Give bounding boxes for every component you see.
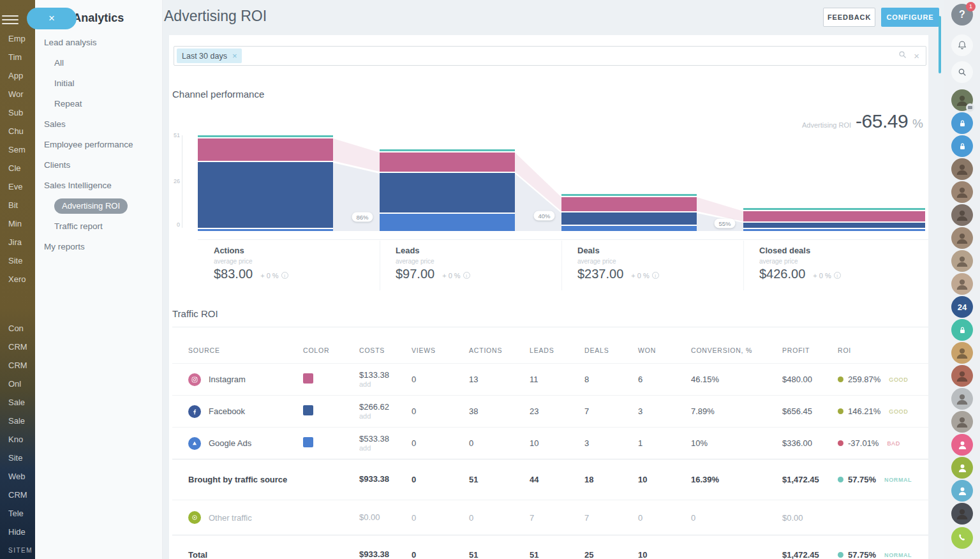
feedback-button[interactable]: FEEDBACK bbox=[823, 8, 875, 27]
lock-icon[interactable] bbox=[951, 319, 973, 341]
left-rail-item-chu[interactable]: Chu bbox=[8, 122, 35, 140]
left-rail-item-min[interactable]: Min bbox=[8, 214, 35, 233]
left-rail-item-cle[interactable]: Cle bbox=[8, 159, 35, 177]
column-header-won: WON bbox=[638, 347, 691, 354]
user-status-icon[interactable] bbox=[951, 457, 973, 479]
avatar[interactable] bbox=[951, 388, 973, 410]
left-rail-item-bit[interactable]: Bit bbox=[8, 196, 35, 214]
menu-item-repeat[interactable]: Repeat bbox=[35, 94, 162, 114]
left-rail-item-onl[interactable]: Onl bbox=[8, 375, 35, 393]
column-header-deals: DEALS bbox=[584, 347, 638, 354]
avatar[interactable] bbox=[951, 342, 973, 364]
left-rail-item-web[interactable]: Web bbox=[8, 467, 35, 486]
cell-leads: 10 bbox=[530, 438, 584, 448]
add-costs-link[interactable]: add bbox=[359, 380, 412, 389]
color-cell bbox=[303, 405, 359, 417]
avatar[interactable] bbox=[951, 181, 973, 203]
left-rail-item-tim[interactable]: Tim bbox=[8, 48, 35, 66]
roi-status-dot bbox=[838, 477, 843, 482]
cell-deals: 25 bbox=[584, 550, 638, 559]
stage-label: Leads bbox=[396, 246, 536, 255]
search-icon[interactable] bbox=[951, 61, 973, 83]
menu-item-employee-performance[interactable]: Employee performance bbox=[35, 135, 162, 155]
left-rail-item-sub[interactable]: Sub bbox=[8, 103, 35, 122]
menu-item-all[interactable]: All bbox=[35, 53, 162, 73]
lock-icon[interactable] bbox=[951, 112, 973, 134]
lock-icon[interactable] bbox=[951, 135, 973, 157]
cell-actions: 51 bbox=[469, 475, 530, 484]
search-icon[interactable] bbox=[898, 50, 907, 62]
menu-item-sales-intelligence[interactable]: Sales Intelligence bbox=[35, 175, 162, 196]
clear-filter-icon[interactable]: × bbox=[914, 51, 919, 61]
user-status-icon[interactable] bbox=[951, 434, 973, 456]
facebook-icon bbox=[188, 405, 201, 418]
left-rail-item-site[interactable]: Site bbox=[8, 449, 35, 467]
add-costs-link[interactable]: add bbox=[359, 444, 412, 453]
collapse-menu-button[interactable]: × bbox=[27, 8, 77, 29]
left-rail-item-sale[interactable]: Sale bbox=[8, 393, 35, 412]
left-rail-item-tele[interactable]: Tele bbox=[8, 504, 35, 523]
stage-average-price: $97.00 bbox=[396, 267, 434, 281]
sitemap-link[interactable]: Sitem bbox=[8, 547, 35, 554]
info-icon[interactable]: i bbox=[652, 272, 659, 279]
menu-item-advertising-roi[interactable]: Advertising ROI bbox=[35, 196, 162, 216]
left-rail-item-crm[interactable]: CRM bbox=[8, 486, 35, 504]
avatar[interactable] bbox=[951, 204, 973, 226]
cell-views: 0 bbox=[412, 406, 469, 416]
column-header-color: COLOR bbox=[303, 347, 359, 354]
avatar[interactable] bbox=[951, 158, 973, 180]
left-rail-item-hide[interactable]: Hide bbox=[8, 523, 35, 541]
left-rail-item-eve[interactable]: Eve bbox=[8, 177, 35, 196]
configure-button[interactable]: CONFIGURE bbox=[881, 8, 939, 27]
phone-call-icon[interactable] bbox=[951, 527, 973, 549]
costs-value: $266.62 bbox=[359, 402, 412, 412]
avatar[interactable] bbox=[951, 503, 973, 525]
menu-item-clients[interactable]: Clients bbox=[35, 155, 162, 175]
notifications-bell-icon[interactable] bbox=[951, 34, 973, 56]
avatar[interactable] bbox=[951, 365, 973, 387]
add-costs-link[interactable]: add bbox=[359, 412, 412, 421]
avatar[interactable] bbox=[951, 89, 973, 111]
left-rail-item-emp[interactable]: Emp bbox=[8, 29, 35, 48]
cell-deals: 3 bbox=[584, 438, 638, 448]
left-rail-item-app[interactable]: App bbox=[8, 66, 35, 85]
menu-item-traffic-report[interactable]: Traffic report bbox=[35, 216, 162, 237]
filter-bar[interactable]: Last 30 days × × bbox=[174, 46, 926, 66]
left-rail-item-sem[interactable]: Sem bbox=[8, 140, 35, 159]
roi-status-dot bbox=[838, 376, 843, 382]
hamburger-menu-icon[interactable] bbox=[2, 13, 19, 27]
avatar[interactable] bbox=[951, 250, 973, 272]
counter-badge[interactable]: 24 bbox=[951, 296, 973, 318]
menu-item-initial[interactable]: Initial bbox=[35, 73, 162, 94]
left-rail-item-sale[interactable]: Sale bbox=[8, 412, 35, 430]
user-status-icon[interactable] bbox=[951, 480, 973, 502]
left-rail-item-crm[interactable]: CRM bbox=[8, 356, 35, 375]
table-row-google-ads: Google Ads$533.38add00103110%$336.00-37.… bbox=[172, 427, 928, 459]
info-icon[interactable]: i bbox=[463, 272, 470, 279]
left-rail-item-jira[interactable]: Jira bbox=[8, 233, 35, 251]
cell-views: 0 bbox=[412, 513, 469, 523]
stage-label: Deals bbox=[577, 246, 718, 255]
menu-item-lead-analysis[interactable]: Lead analysis bbox=[35, 33, 162, 53]
menu-item-sales[interactable]: Sales bbox=[35, 114, 162, 135]
roi-value: -37.01% bbox=[848, 438, 879, 448]
info-icon[interactable]: i bbox=[834, 272, 841, 279]
filter-chip[interactable]: Last 30 days × bbox=[177, 48, 242, 63]
info-icon[interactable]: i bbox=[281, 272, 288, 279]
left-rail-item-wor[interactable]: Wor bbox=[8, 85, 35, 103]
left-rail-item-con[interactable]: Con bbox=[8, 319, 35, 338]
funnel-segment bbox=[198, 138, 333, 161]
left-rail-item-xero[interactable]: Xero bbox=[8, 270, 35, 288]
left-rail-item-site[interactable]: Site bbox=[8, 251, 35, 270]
left-rail-item-kno[interactable]: Kno bbox=[8, 430, 35, 449]
chip-remove-icon[interactable]: × bbox=[232, 51, 237, 61]
help-icon[interactable]: ?1 bbox=[951, 4, 973, 26]
y-axis: 51260 bbox=[182, 135, 182, 228]
scrollbar-thumb[interactable] bbox=[939, 16, 941, 73]
menu-item-my-reports[interactable]: My reports bbox=[35, 237, 162, 257]
stage-label: Closed deals bbox=[759, 246, 900, 255]
avatar[interactable] bbox=[951, 227, 973, 249]
avatar[interactable] bbox=[951, 411, 973, 433]
avatar[interactable] bbox=[951, 273, 973, 295]
left-rail-item-crm[interactable]: CRM bbox=[8, 338, 35, 356]
